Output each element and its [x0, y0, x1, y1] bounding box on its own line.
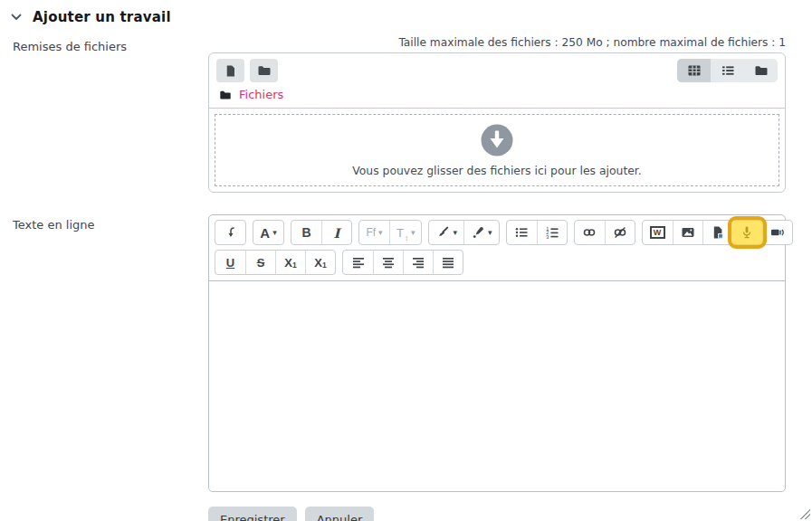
cancel-button[interactable]: Annuler	[305, 507, 375, 521]
video-camera-icon	[770, 225, 785, 240]
view-mode-group	[677, 59, 778, 82]
paintbrush-icon	[435, 225, 450, 240]
image-icon	[681, 225, 695, 240]
editor-toolbar: A B I Ff	[209, 215, 785, 280]
view-list-button[interactable]	[711, 59, 744, 82]
add-file-button[interactable]	[216, 59, 244, 82]
max-files-info: Taille maximale des fichiers : 250 Mo ; …	[208, 36, 786, 49]
breadcrumb-files-link[interactable]: Fichiers	[239, 88, 283, 101]
justify-button[interactable]	[433, 251, 463, 274]
editor-content-area[interactable]	[209, 280, 785, 491]
link-icon	[582, 225, 597, 240]
align-left-icon	[351, 255, 366, 270]
page-title: Ajouter un travail	[33, 9, 171, 25]
word-import-icon: W	[650, 226, 665, 239]
unordered-list-button[interactable]	[507, 221, 537, 244]
italic-button[interactable]: I	[321, 221, 351, 244]
align-right-icon	[411, 255, 425, 270]
folder-icon	[219, 89, 232, 101]
align-center-icon	[381, 255, 396, 270]
breadcrumb: Fichiers	[209, 86, 785, 108]
folder-icon	[257, 63, 272, 78]
align-center-button[interactable]	[373, 251, 403, 274]
caret-down-icon	[453, 229, 457, 237]
numbered-list-icon: 123	[545, 225, 559, 240]
ordered-list-button[interactable]: 123	[537, 221, 567, 244]
font-family-button: Ff	[359, 221, 389, 244]
view-tree-button[interactable]	[744, 59, 778, 82]
save-button[interactable]: Enregistrer	[208, 507, 297, 521]
dropzone-text: Vous pouvez glisser des fichiers ici pou…	[352, 164, 642, 177]
grid-view-icon	[687, 63, 702, 78]
align-right-button[interactable]	[403, 251, 433, 274]
caret-down-icon	[378, 229, 383, 237]
collapse-section-button[interactable]	[8, 9, 24, 25]
subscript-button[interactable]: X1	[275, 251, 305, 274]
bold-button[interactable]: B	[291, 221, 321, 244]
form-actions: Enregistrer Annuler	[208, 507, 812, 521]
caret-down-icon	[411, 229, 416, 237]
updown-arrow-icon	[405, 234, 408, 242]
record-audio-button[interactable]	[732, 221, 762, 244]
collapse-toolbar-button[interactable]	[215, 221, 245, 244]
file-icon	[224, 64, 237, 78]
file-submissions-label: Remises de fichiers	[0, 36, 208, 193]
word-import-button[interactable]: W	[643, 221, 673, 244]
caret-down-icon	[272, 229, 277, 237]
file-dropzone[interactable]: Vous pouvez glisser des fichiers ici pou…	[215, 114, 779, 186]
bullet-list-icon	[514, 225, 529, 240]
record-video-button[interactable]	[762, 221, 792, 244]
download-arrow-icon	[481, 124, 513, 156]
svg-text:3: 3	[546, 234, 549, 240]
tree-view-folder-icon	[754, 63, 769, 78]
paragraph-styles-button[interactable]: A	[253, 221, 283, 244]
link-button[interactable]	[575, 221, 605, 244]
chevron-down-icon	[10, 11, 23, 24]
marker-pen-icon	[471, 225, 485, 240]
unlink-icon	[613, 225, 627, 240]
file-manager: Fichiers Vous pouvez glisser des fichier…	[208, 52, 786, 193]
unlink-button[interactable]	[605, 221, 635, 244]
microphone-icon	[740, 225, 754, 240]
media-file-icon	[711, 225, 725, 240]
file-manager-toolbar	[209, 53, 785, 86]
list-view-icon	[721, 63, 735, 78]
font-color-button[interactable]	[429, 221, 463, 244]
insert-image-button[interactable]	[673, 221, 702, 244]
strikethrough-button[interactable]: S	[245, 251, 275, 274]
align-left-button[interactable]	[343, 251, 373, 274]
view-grid-button[interactable]	[677, 59, 711, 82]
font-size-button: T	[389, 221, 421, 244]
underline-button[interactable]: U	[215, 251, 245, 274]
text-editor: A B I Ff	[208, 214, 786, 492]
highlight-color-button[interactable]	[463, 221, 499, 244]
section-header: Ajouter un travail	[0, 0, 812, 25]
online-text-row: Texte en ligne A	[0, 214, 812, 492]
superscript-button[interactable]: X1	[305, 251, 335, 274]
file-area: Vous pouvez glisser des fichiers ici pou…	[209, 109, 785, 192]
create-folder-button[interactable]	[250, 59, 278, 82]
online-text-label: Texte en ligne	[0, 214, 208, 492]
file-submissions-row: Remises de fichiers Taille maximale des …	[0, 36, 812, 193]
arrow-down-collapse-icon	[224, 225, 238, 240]
insert-media-button[interactable]	[702, 221, 732, 244]
justify-icon	[441, 255, 455, 270]
caret-down-icon	[488, 229, 492, 237]
